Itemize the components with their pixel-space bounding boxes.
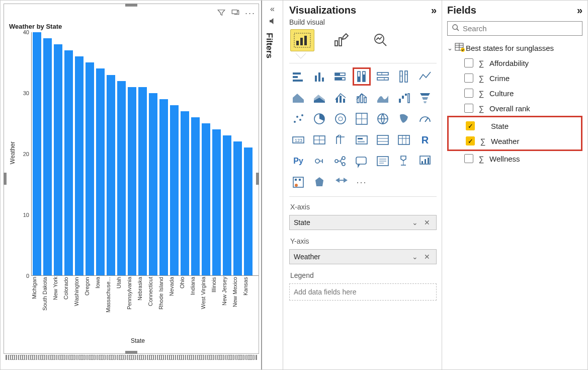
field-checkbox[interactable]: ✓ [466, 136, 475, 145]
bar[interactable] [96, 68, 105, 275]
field-crime[interactable]: ∑Crime [447, 70, 582, 86]
column-chart[interactable]: Weather 010203040 MichiganSouth DakotaNe… [8, 32, 259, 344]
field-culture[interactable]: ∑Culture [447, 86, 582, 101]
bar[interactable] [244, 147, 253, 275]
bar[interactable] [191, 117, 200, 275]
bar[interactable] [202, 123, 210, 275]
viz-type-qa[interactable] [353, 152, 371, 170]
bar[interactable] [149, 93, 157, 275]
expand-filters-icon[interactable]: « [264, 5, 281, 14]
collapse-viz-icon[interactable]: » [431, 5, 437, 16]
bar[interactable] [233, 141, 242, 275]
viz-type-v100[interactable] [395, 67, 413, 86]
viz-type-scatter[interactable] [289, 110, 307, 128]
viz-type-keyinf[interactable] [310, 152, 328, 170]
field-state[interactable]: ✓State [449, 118, 581, 133]
bar[interactable] [170, 105, 179, 275]
viz-type-donut[interactable] [331, 110, 350, 128]
viz-type-line[interactable] [416, 67, 434, 86]
viz-type-py[interactable]: Py [289, 152, 307, 170]
bar[interactable] [159, 99, 168, 275]
field-checkbox[interactable] [464, 89, 473, 98]
visual-frame[interactable]: ··· Weather by State Weather 010203040 M… [4, 4, 259, 354]
resize-handle-bottom[interactable] [125, 351, 137, 354]
bar[interactable] [223, 135, 231, 275]
chevron-down-icon[interactable]: ⌄ [412, 218, 420, 227]
viz-type-hstack[interactable] [331, 67, 350, 86]
field-checkbox[interactable] [464, 154, 473, 163]
viz-type-pauto[interactable] [331, 173, 350, 191]
field-affordability[interactable]: ∑Affordability [447, 55, 582, 70]
resize-handle-left[interactable] [4, 173, 7, 185]
field-checkbox[interactable] [464, 58, 473, 67]
viz-type-narr[interactable] [374, 152, 392, 170]
format-visual-tab[interactable] [329, 29, 354, 51]
viz-type-pie[interactable] [310, 110, 328, 128]
viz-type-slicer[interactable] [353, 131, 371, 149]
viz-type-vstack[interactable] [353, 67, 371, 86]
viz-type-linecol2[interactable] [353, 89, 371, 107]
viz-type-r[interactable]: R [416, 131, 434, 149]
report-canvas[interactable]: ··· Weather by State Weather 010203040 M… [1, 1, 262, 369]
bar[interactable] [33, 32, 41, 275]
viz-type-area2[interactable] [310, 89, 328, 107]
collapse-fields-icon[interactable]: » [577, 5, 582, 16]
field-checkbox[interactable] [464, 73, 473, 83]
bar[interactable] [86, 62, 94, 275]
viz-type-decomp[interactable] [331, 152, 350, 170]
field-checkbox[interactable] [464, 104, 473, 113]
field-wellness[interactable]: ∑Wellness [447, 151, 582, 166]
filters-pane-collapsed[interactable]: « Filters [262, 1, 283, 369]
viz-type-map[interactable] [374, 110, 392, 128]
bar[interactable] [43, 38, 52, 275]
bar[interactable] [128, 87, 136, 275]
field-overall-rank[interactable]: ∑Overall rank [447, 101, 582, 116]
canvas-scrollbar[interactable] [6, 355, 257, 360]
viz-type-goals[interactable] [395, 152, 413, 170]
field-weather[interactable]: ✓∑Weather [449, 133, 581, 149]
field-checkbox[interactable]: ✓ [466, 121, 475, 130]
remove-y-icon[interactable]: ✕ [424, 253, 432, 261]
viz-type-h100[interactable] [374, 67, 392, 86]
more-options-icon[interactable]: ··· [245, 8, 256, 20]
viz-type-card[interactable]: 123 [289, 131, 307, 149]
viz-type-multi[interactable] [331, 131, 350, 149]
resize-handle-top[interactable] [125, 4, 137, 7]
filter-icon[interactable] [217, 8, 226, 20]
bar[interactable] [212, 129, 221, 275]
viz-type-area[interactable] [289, 89, 307, 107]
focus-mode-icon[interactable] [231, 8, 240, 20]
y-axis-well[interactable]: Weather ⌄ ✕ [289, 249, 437, 264]
analytics-tab[interactable] [369, 29, 393, 51]
bar[interactable] [138, 87, 147, 275]
viz-type-table[interactable] [374, 131, 392, 149]
viz-type-funnel[interactable] [416, 89, 434, 107]
bar[interactable] [107, 75, 115, 275]
bar[interactable] [181, 111, 189, 275]
plot-area[interactable] [31, 32, 259, 276]
viz-type-ribbon[interactable] [374, 89, 392, 107]
viz-type-filled[interactable] [395, 110, 413, 128]
table-node[interactable]: ⌄ Best states for sunglasses [447, 41, 582, 55]
viz-type-kpi[interactable] [310, 131, 328, 149]
build-visual-tab[interactable] [290, 29, 314, 51]
legend-well[interactable]: Add data fields here [289, 283, 437, 301]
fields-search[interactable]: Search [447, 21, 582, 36]
viz-type-more[interactable]: ··· [353, 173, 371, 191]
viz-type-pagapp[interactable] [289, 173, 307, 191]
x-axis-well[interactable]: State ⌄ ✕ [289, 215, 437, 230]
bar[interactable] [117, 81, 126, 275]
viz-type-tree[interactable] [353, 110, 371, 128]
viz-type-hbar[interactable] [289, 67, 307, 86]
chevron-down-icon[interactable]: ⌄ [412, 253, 420, 261]
bar[interactable] [64, 50, 73, 275]
bar[interactable] [54, 44, 62, 275]
chevron-down-icon[interactable]: ⌄ [447, 44, 453, 52]
viz-type-matrix[interactable] [395, 131, 413, 149]
viz-type-pagrep[interactable] [416, 152, 434, 170]
remove-x-icon[interactable]: ✕ [424, 218, 432, 227]
viz-type-arcgis[interactable] [310, 173, 328, 191]
bar[interactable] [75, 56, 83, 275]
viz-type-waterfall[interactable] [395, 89, 413, 107]
viz-type-vbar[interactable] [310, 67, 328, 86]
